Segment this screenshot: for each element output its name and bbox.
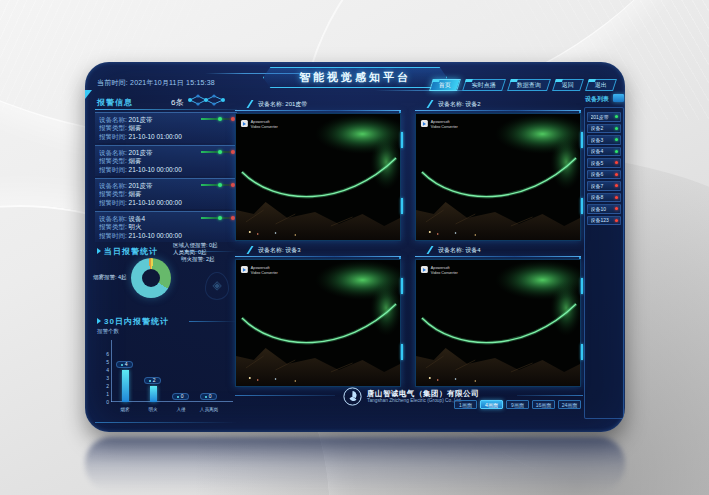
donut-chart bbox=[131, 258, 171, 298]
video-cell-3[interactable]: 设备名称: 设备3 Apowersoft Video Converte bbox=[235, 244, 401, 390]
alarm-entry-field: 报警类型: 烟雾 bbox=[99, 124, 233, 133]
donut-label-1: 烟雾报警: 4起 bbox=[93, 274, 127, 281]
y-tick: 3 bbox=[101, 375, 109, 381]
video-feed[interactable]: Apowersoft Video Converter bbox=[235, 113, 401, 241]
device-item-6[interactable]: 设备6 bbox=[587, 170, 621, 180]
footer-divider bbox=[517, 395, 583, 396]
device-item-3[interactable]: 设备3 bbox=[587, 135, 621, 145]
y-tick: 6 bbox=[101, 351, 109, 357]
y-tick: 5 bbox=[101, 359, 109, 365]
view-button-3[interactable]: 9画面 bbox=[506, 400, 529, 409]
y-tick: 0 bbox=[101, 399, 109, 405]
device-list-title: 设备列表 bbox=[585, 95, 609, 104]
alarm-entry-1[interactable]: 设备名称: 201皮带报警类型: 烟雾报警时间: 21-10-10 01:00:… bbox=[95, 112, 237, 143]
device-item-8[interactable]: 设备8 bbox=[587, 193, 621, 203]
slash-icon bbox=[247, 100, 257, 108]
video-cell-4[interactable]: 设备名称: 设备4 Apowersoft Video Converte bbox=[415, 244, 581, 390]
device-status-dot bbox=[615, 184, 618, 187]
frame-accent bbox=[581, 344, 583, 360]
alarm-entry-field: 报警类型: 烟雾 bbox=[99, 157, 233, 166]
alarm-entry-field: 报警时间: 21-10-10 00:00:00 bbox=[99, 166, 233, 175]
nav-button-label: 返回 bbox=[562, 81, 574, 90]
alarm-entry-3[interactable]: 设备名称: 201皮带报警类型: 烟雾报警时间: 21-10-10 00:00:… bbox=[95, 178, 237, 209]
device-status-dot bbox=[615, 207, 618, 210]
device-status-dot bbox=[615, 219, 618, 222]
nav-button-5[interactable]: 退出 bbox=[585, 79, 617, 91]
alarm-entry-field: 报警类型: 明火 bbox=[99, 223, 233, 232]
slash-icon bbox=[427, 246, 437, 254]
company-logo bbox=[343, 387, 362, 406]
bar-chart: 报警个数 0123456 4烟雾2明火0入侵0人员离岗 bbox=[95, 328, 237, 420]
frame-accent bbox=[581, 132, 583, 148]
device-list-view-toggle[interactable] bbox=[613, 94, 624, 102]
bar-3: 0入侵 bbox=[169, 328, 193, 420]
view-button-1[interactable]: 1画面 bbox=[454, 400, 477, 409]
nav-button-2[interactable]: 实时点播 bbox=[462, 79, 506, 91]
video-feed[interactable]: Apowersoft Video Converter bbox=[415, 259, 581, 387]
device-status-dot bbox=[615, 138, 618, 141]
decor-emblem: ◈ bbox=[205, 272, 229, 300]
bar-1: 4烟雾 bbox=[113, 328, 137, 420]
device-status-dot bbox=[615, 173, 618, 176]
svg-text:Apowersoft: Apowersoft bbox=[431, 266, 451, 270]
alarm-level-meter bbox=[201, 118, 233, 120]
video-feed[interactable]: Apowersoft Video Converter bbox=[415, 113, 581, 241]
alarm-entry-field: 报警时间: 21-10-10 00:00:00 bbox=[99, 199, 233, 208]
nav-button-label: 数据查询 bbox=[517, 81, 541, 90]
device-status-dot bbox=[615, 115, 618, 118]
device-status-dot bbox=[615, 127, 618, 130]
view-button-2[interactable]: 4画面 bbox=[480, 400, 503, 409]
donut-label-4: 人员离岗: 0起 bbox=[173, 249, 207, 256]
alarm-entry-field: 报警时间: 21-10-10 00:00:00 bbox=[99, 232, 233, 241]
alarm-list: 设备名称: 201皮带报警类型: 烟雾报警时间: 21-10-10 01:00:… bbox=[95, 112, 237, 244]
y-tick: 1 bbox=[101, 391, 109, 397]
video-cell-1[interactable]: 设备名称: 201皮带 Apowersoft Video Conver bbox=[235, 98, 401, 244]
svg-text:Video Converter: Video Converter bbox=[431, 125, 459, 129]
frame-accent bbox=[401, 344, 403, 360]
device-item-9[interactable]: 设备10 bbox=[587, 204, 621, 214]
video-feed[interactable]: Apowersoft Video Converter bbox=[235, 259, 401, 387]
footer-divider bbox=[235, 395, 335, 396]
view-button-5[interactable]: 24画面 bbox=[558, 400, 581, 409]
dashboard-panel: 当前时间: 2021年10月11日 15:15:38 智能视觉感知平台 首页实时… bbox=[85, 62, 625, 432]
frame-accent bbox=[401, 278, 403, 294]
view-buttons: 1画面4画面9画面16画面24画面 bbox=[454, 400, 581, 409]
alarm-entry-4[interactable]: 设备名称: 设备4报警类型: 明火报警时间: 21-10-10 00:00:00 bbox=[95, 211, 237, 242]
bar-2: 2明火 bbox=[141, 328, 165, 420]
main-nav: 首页实时点播数据查询返回退出 bbox=[431, 79, 615, 91]
nav-button-1[interactable]: 首页 bbox=[429, 79, 461, 91]
corner-accent bbox=[85, 90, 92, 99]
alarm-entry-field: 报警类型: 烟雾 bbox=[99, 190, 233, 199]
nav-button-3[interactable]: 数据查询 bbox=[507, 79, 551, 91]
svg-text:Video Converter: Video Converter bbox=[251, 125, 279, 129]
view-button-4[interactable]: 16画面 bbox=[532, 400, 555, 409]
monthly-stats-title: 30日内报警统计 bbox=[97, 316, 169, 327]
svg-text:Apowersoft: Apowersoft bbox=[251, 266, 271, 270]
nav-button-4[interactable]: 返回 bbox=[552, 79, 584, 91]
alarm-level-meter bbox=[201, 151, 233, 153]
device-status-dot bbox=[615, 196, 618, 199]
video-device-label: 设备名称: 设备2 bbox=[438, 100, 481, 109]
device-status-dot bbox=[615, 161, 618, 164]
screen-reflection bbox=[85, 437, 625, 491]
video-cell-2[interactable]: 设备名称: 设备2 Apowersoft Video Converte bbox=[415, 98, 581, 244]
device-item-10[interactable]: 设备123 bbox=[587, 216, 621, 226]
slash-icon bbox=[247, 246, 257, 254]
alarm-entry-2[interactable]: 设备名称: 201皮带报警类型: 烟雾报警时间: 21-10-10 00:00:… bbox=[95, 145, 237, 176]
desktop-background: 当前时间: 2021年10月11日 15:15:38 智能视觉感知平台 首页实时… bbox=[0, 0, 709, 495]
video-header: 设备名称: 201皮带 bbox=[235, 98, 401, 110]
frame-accent bbox=[401, 198, 403, 214]
device-item-4[interactable]: 设备4 bbox=[587, 147, 621, 157]
device-item-7[interactable]: 设备7 bbox=[587, 181, 621, 191]
device-item-1[interactable]: 201皮带 bbox=[587, 112, 621, 122]
donut-label-3: 区域入侵报警: 0起 bbox=[173, 242, 218, 249]
today-stats-title: 当日报警统计 bbox=[97, 246, 158, 257]
device-item-5[interactable]: 设备5 bbox=[587, 158, 621, 168]
video-device-label: 设备名称: 设备3 bbox=[258, 246, 301, 255]
svg-text:Video Converter: Video Converter bbox=[251, 271, 279, 275]
current-time: 当前时间: 2021年10月11日 15:15:38 bbox=[97, 78, 215, 88]
alarm-level-meter bbox=[201, 184, 233, 186]
device-item-2[interactable]: 设备2 bbox=[587, 124, 621, 134]
page-title: 智能视觉感知平台 bbox=[299, 70, 411, 85]
svg-text:Video Converter: Video Converter bbox=[431, 271, 459, 275]
